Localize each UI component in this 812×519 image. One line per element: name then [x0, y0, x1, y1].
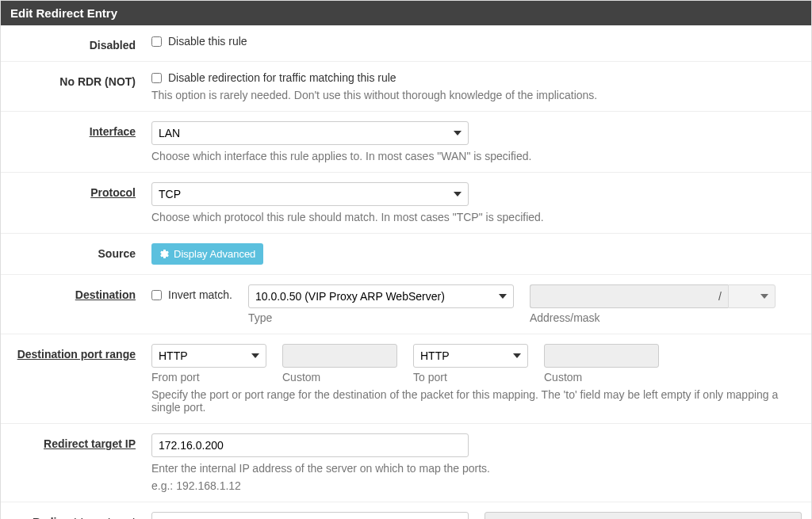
display-advanced-button[interactable]: Display Advanced	[151, 243, 263, 265]
label-interface: Interface	[9, 121, 151, 138]
input-from-custom	[282, 344, 397, 368]
input-redir-ip[interactable]	[151, 433, 469, 457]
panel-title: Edit Redirect Entry	[1, 1, 811, 25]
row-interface: Interface LAN Choose which interface thi…	[1, 112, 811, 173]
row-source: Source Display Advanced	[1, 234, 811, 275]
help-protocol: Choose which protocol this rule should m…	[151, 211, 803, 223]
select-protocol[interactable]: TCP	[151, 182, 469, 206]
help-interface: Choose which interface this rule applies…	[151, 150, 803, 162]
gear-icon	[159, 249, 170, 259]
label-dest-port: Destination port range	[9, 344, 151, 361]
checkbox-nordr[interactable]	[151, 73, 162, 83]
checkbox-label-disable-rule: Disable this rule	[168, 35, 247, 48]
sublabel-to-port: To port	[413, 371, 528, 384]
label-redir-ip: Redirect target IP	[9, 433, 151, 450]
input-redir-custom	[485, 512, 802, 519]
input-dest-address	[530, 284, 712, 308]
row-dest-port: Destination port range HTTP From port Cu…	[1, 334, 811, 424]
select-redir-port[interactable]: HTTP	[151, 512, 469, 519]
checkbox-label-invert: Invert match.	[168, 288, 232, 301]
sublabel-from-port: From port	[151, 371, 266, 384]
help-nordr: This option is rarely needed. Don't use …	[151, 89, 803, 101]
row-destination: Destination Invert match. 10.0.0.50 (VIP…	[1, 275, 811, 334]
row-redir-ip: Redirect target IP Enter the internal IP…	[1, 424, 811, 502]
select-dest-mask	[728, 284, 776, 308]
select-destination-type[interactable]: 10.0.0.50 (VIP Proxy ARP WebServer)	[248, 284, 514, 308]
label-source: Source	[9, 243, 151, 260]
sublabel-to-custom: Custom	[544, 371, 659, 384]
input-to-custom	[544, 344, 659, 368]
label-protocol: Protocol	[9, 182, 151, 199]
row-nordr: No RDR (NOT) Disable redirection for tra…	[1, 62, 811, 112]
sublabel-dest-addrmask: Address/mask	[530, 311, 776, 324]
label-nordr: No RDR (NOT)	[9, 71, 151, 88]
select-to-port[interactable]: HTTP	[413, 344, 528, 368]
help-dest-port: Specify the port or port range for the d…	[151, 388, 803, 414]
checkbox-label-nordr: Disable redirection for traffic matching…	[168, 71, 396, 84]
select-from-port[interactable]: HTTP	[151, 344, 266, 368]
label-destination: Destination	[9, 284, 151, 301]
select-interface[interactable]: LAN	[151, 121, 469, 145]
label-disabled: Disabled	[9, 35, 151, 52]
row-protocol: Protocol TCP Choose which protocol this …	[1, 173, 811, 234]
row-disabled: Disabled Disable this rule	[1, 25, 811, 62]
sublabel-from-custom: Custom	[282, 371, 397, 384]
row-redir-port: Redirect target port HTTP Port Custom Sp…	[1, 502, 811, 519]
edit-redirect-panel: Edit Redirect Entry Disabled Disable thi…	[0, 0, 812, 519]
slash-separator: /	[712, 284, 728, 308]
help-redir-ip-1: Enter the internal IP address of the ser…	[151, 462, 803, 475]
label-redir-port: Redirect target port	[9, 512, 151, 519]
display-advanced-label: Display Advanced	[174, 248, 255, 260]
sublabel-dest-type: Type	[248, 311, 514, 324]
checkbox-invert-match[interactable]	[151, 290, 162, 300]
checkbox-disable-rule[interactable]	[151, 36, 162, 47]
help-redir-ip-2: e.g.: 192.168.1.12	[151, 479, 803, 492]
